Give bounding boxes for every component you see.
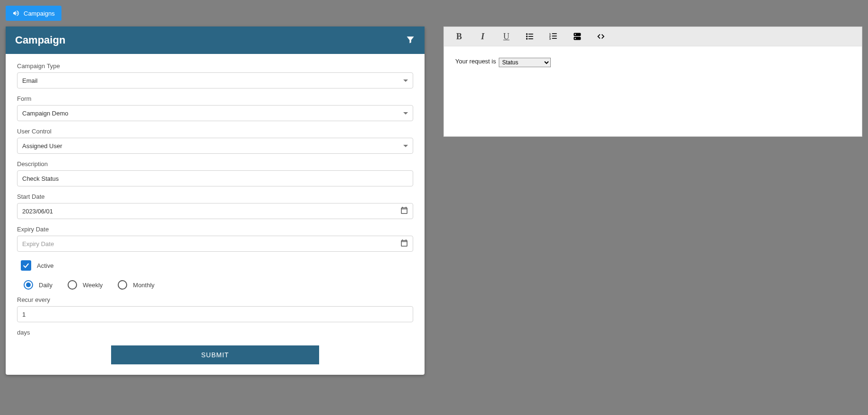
campaigns-button[interactable]: Campaigns xyxy=(6,6,61,21)
campaign-type-select[interactable]: Email xyxy=(17,72,413,88)
frequency-weekly[interactable]: Weekly xyxy=(68,280,103,290)
svg-point-0 xyxy=(526,33,528,35)
campaigns-button-label: Campaigns xyxy=(24,10,55,17)
filter-icon[interactable] xyxy=(406,35,415,46)
editor-prefix-text: Your request is xyxy=(455,58,496,65)
radio-icon xyxy=(68,280,77,290)
active-row: Active xyxy=(17,260,413,271)
frequency-row: Daily Weekly Monthly xyxy=(17,280,413,290)
campaign-type-field: Campaign Type Email xyxy=(17,62,413,88)
form-select[interactable]: Campaign Demo xyxy=(17,105,413,121)
user-control-label: User Control xyxy=(17,128,413,135)
form-label: Form xyxy=(17,95,413,102)
numbered-list-button[interactable]: 123 xyxy=(548,31,559,42)
frequency-daily[interactable]: Daily xyxy=(24,280,52,290)
insert-block-button[interactable] xyxy=(572,31,583,42)
user-control-value: Assigned User xyxy=(22,142,62,150)
svg-point-14 xyxy=(575,34,576,35)
bullhorn-icon xyxy=(12,9,20,17)
form-value: Campaign Demo xyxy=(22,110,69,117)
frequency-monthly-label: Monthly xyxy=(133,282,155,289)
recur-every-label: Recur every xyxy=(17,296,413,303)
frequency-weekly-label: Weekly xyxy=(83,282,103,289)
svg-rect-1 xyxy=(529,34,533,35)
status-variable-select[interactable]: Status xyxy=(499,58,551,67)
expiry-date-input[interactable] xyxy=(17,236,413,252)
campaign-type-value: Email xyxy=(22,77,38,84)
code-view-button[interactable] xyxy=(595,31,607,42)
start-date-input[interactable] xyxy=(17,203,413,219)
svg-point-2 xyxy=(526,35,528,37)
recur-every-input[interactable] xyxy=(17,306,413,322)
editor-panel: B I U 123 Your request is Status xyxy=(443,26,862,137)
user-control-field: User Control Assigned User xyxy=(17,128,413,154)
editor-content[interactable]: Your request is Status xyxy=(444,46,862,136)
expiry-date-label: Expiry Date xyxy=(17,226,413,233)
start-date-label: Start Date xyxy=(17,193,413,200)
underline-button[interactable]: U xyxy=(501,31,512,42)
italic-button[interactable]: I xyxy=(477,31,488,42)
campaign-card: Campaign Campaign Type Email Form xyxy=(6,26,425,375)
user-control-select[interactable]: Assigned User xyxy=(17,138,413,154)
recur-every-field: Recur every xyxy=(17,296,413,322)
frequency-monthly[interactable]: Monthly xyxy=(118,280,155,290)
expiry-date-field: Expiry Date xyxy=(17,226,413,252)
svg-rect-9 xyxy=(552,35,557,36)
svg-rect-3 xyxy=(529,36,533,37)
form-field: Form Campaign Demo xyxy=(17,95,413,121)
bullet-list-button[interactable] xyxy=(524,31,536,42)
radio-icon xyxy=(118,280,127,290)
svg-rect-7 xyxy=(552,33,557,34)
description-input[interactable] xyxy=(17,170,413,186)
card-header: Campaign xyxy=(6,26,425,54)
active-label: Active xyxy=(37,262,53,269)
svg-rect-11 xyxy=(552,38,557,39)
editor-toolbar: B I U 123 xyxy=(444,27,862,46)
card-title: Campaign xyxy=(15,34,65,46)
svg-point-15 xyxy=(575,38,576,39)
description-field: Description xyxy=(17,160,413,186)
active-checkbox[interactable] xyxy=(21,260,31,271)
description-label: Description xyxy=(17,160,413,168)
start-date-field: Start Date xyxy=(17,193,413,219)
svg-point-4 xyxy=(526,38,528,39)
caret-down-icon xyxy=(403,79,408,82)
recur-unit-label: days xyxy=(17,329,413,336)
caret-down-icon xyxy=(403,112,408,115)
frequency-daily-label: Daily xyxy=(39,282,52,289)
campaign-type-label: Campaign Type xyxy=(17,62,413,70)
svg-rect-5 xyxy=(529,38,533,39)
caret-down-icon xyxy=(403,145,408,147)
check-icon xyxy=(22,262,30,269)
submit-button[interactable]: SUBMIT xyxy=(111,345,319,364)
radio-icon xyxy=(24,280,33,290)
bold-button[interactable]: B xyxy=(453,31,465,42)
svg-text:3: 3 xyxy=(549,37,551,40)
